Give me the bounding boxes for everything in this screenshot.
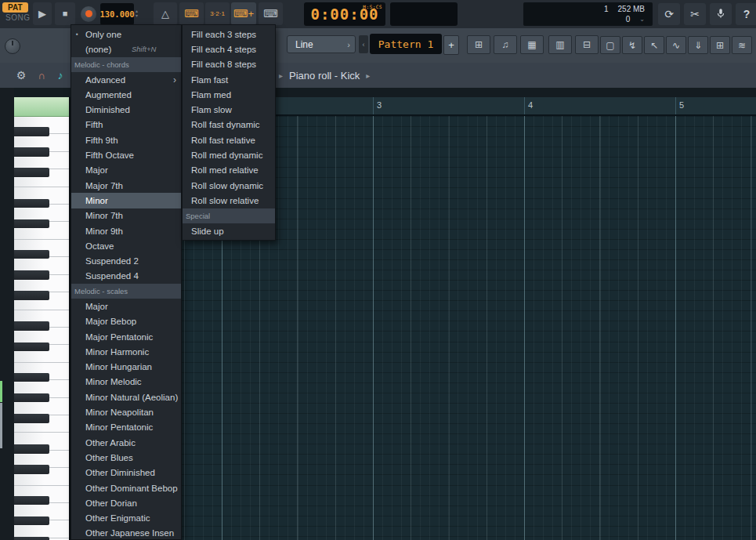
black-key[interactable] (14, 373, 49, 382)
submenu-item[interactable]: Roll slow relative (183, 193, 275, 208)
menu-item[interactable]: Major (71, 299, 181, 313)
black-key[interactable] (14, 465, 49, 474)
menu-item[interactable]: Augmented (71, 87, 181, 102)
submenu-item[interactable]: Roll fast dynamic (183, 118, 275, 132)
black-key[interactable] (14, 496, 49, 506)
options-button[interactable]: ⚙ (13, 63, 30, 88)
submenu-item[interactable]: Roll fast relative (183, 132, 275, 147)
menu-item[interactable]: Suspended 4 (71, 269, 181, 284)
menu-item[interactable]: Melodic - chords (71, 57, 181, 72)
menu-item[interactable]: Major (71, 163, 181, 178)
loop-record-button[interactable]: ⌨ (259, 2, 283, 25)
menu-item[interactable]: Melodic - scales (71, 284, 181, 299)
menu-item[interactable]: (none) Shift+N (71, 42, 181, 56)
submenu-item[interactable]: Fill each 4 steps (183, 42, 275, 56)
menu-item[interactable]: Fifth 9th (71, 132, 181, 147)
black-key[interactable] (14, 393, 49, 403)
typing-keyboard-button[interactable]: ⌨ (179, 2, 204, 25)
submenu-item[interactable]: Fill each 3 steps (183, 27, 275, 42)
pat-mode-label[interactable]: PAT (2, 2, 28, 13)
menu-item[interactable]: Fifth Octave (71, 147, 181, 162)
snap-settings-button[interactable]: ⊟ (575, 35, 599, 54)
submenu-item[interactable]: Flam fast (183, 72, 275, 87)
copy-button[interactable]: ▢ (600, 36, 620, 54)
step-edit-button[interactable]: ♫ (494, 35, 517, 54)
pattern-selector[interactable]: Pattern 1 (370, 34, 442, 54)
stop-button[interactable]: ■ (55, 2, 75, 25)
black-key[interactable] (14, 219, 49, 229)
menu-item[interactable]: Suspended 2 (71, 253, 181, 268)
menu-item[interactable]: Minor Melodic (71, 375, 181, 390)
menu-item[interactable]: Other Enigmatic (71, 511, 181, 526)
microphone-button[interactable] (710, 3, 732, 25)
menu-item[interactable]: Minor Neapolitan (71, 404, 181, 419)
submenu-item[interactable]: Flam slow (183, 102, 275, 117)
black-key[interactable] (14, 342, 49, 352)
wave-view-button[interactable]: ∿ (666, 36, 686, 54)
pattern-prev-button[interactable]: ‹ (359, 35, 368, 53)
submenu-item[interactable]: Slide up (183, 223, 275, 238)
menu-item[interactable]: Diminished (71, 102, 181, 117)
window-title-area[interactable]: ▸ Piano roll - Kick ▸ (279, 63, 370, 88)
submenu-item[interactable]: Flam med (183, 87, 275, 102)
menu-item[interactable]: Minor Harmonic (71, 344, 181, 359)
menu-item[interactable]: Major Pentatonic (71, 329, 181, 344)
black-key[interactable] (14, 516, 49, 526)
browser-button[interactable]: ⊞ (710, 36, 730, 54)
black-key[interactable] (14, 199, 49, 208)
black-key[interactable] (14, 168, 49, 177)
menu-item[interactable]: Major Bebop (71, 314, 181, 329)
mixer-button[interactable]: ≋ (732, 36, 752, 54)
black-key[interactable] (14, 414, 49, 423)
grid-view-button[interactable]: ▦ (520, 35, 544, 54)
submenu-item[interactable]: Fill each 8 steps (183, 57, 275, 72)
menu-item[interactable]: Fifth (71, 118, 181, 132)
metronome-button[interactable]: △ (154, 2, 177, 25)
tempo-spinner[interactable]: ▴ ▾ (136, 9, 138, 18)
time-display[interactable]: 0:00:00 M:S:CS (304, 2, 385, 26)
cut-tool-button[interactable]: ✂ (684, 3, 706, 25)
multilink-button[interactable]: ▥ (548, 35, 572, 54)
submenu-item[interactable]: Special (183, 208, 275, 223)
submenu-item[interactable]: Roll med relative (183, 163, 275, 178)
record-button[interactable] (78, 2, 99, 25)
play-button[interactable]: ▶ (33, 2, 52, 25)
black-key[interactable] (14, 147, 49, 157)
menu-item[interactable]: Minor (71, 193, 181, 208)
menu-item[interactable]: Other Diminished (71, 466, 181, 480)
menu-item[interactable]: Advanced › (71, 72, 181, 87)
menu-item[interactable]: ▪ Only one (71, 27, 181, 42)
export-button[interactable]: ⇓ (688, 36, 708, 54)
scroll-indicator[interactable] (0, 403, 2, 448)
snap-button[interactable]: ∩ (33, 63, 50, 88)
menu-item[interactable]: Minor 7th (71, 208, 181, 223)
menu-item[interactable]: Minor Hungarian (71, 360, 181, 375)
menu-item[interactable]: Minor Pentatonic (71, 420, 181, 435)
sync-button[interactable]: ⟳ (658, 3, 680, 25)
black-key[interactable] (14, 537, 49, 540)
black-key[interactable] (14, 444, 49, 454)
menu-item[interactable]: Major 7th (71, 178, 181, 193)
black-key[interactable] (14, 291, 49, 300)
menu-item[interactable]: Minor Natural (Aeolian) (71, 390, 181, 404)
submenu-item[interactable]: Roll slow dynamic (183, 178, 275, 193)
plugin-button[interactable]: ↯ (622, 36, 642, 54)
add-pattern-button[interactable]: + (443, 35, 459, 55)
black-key[interactable] (14, 270, 49, 280)
song-mode-label[interactable]: SONG (2, 13, 30, 22)
menu-item[interactable]: Other Dorian (71, 495, 181, 510)
pointer-tool-button[interactable]: ↖ (644, 36, 664, 54)
submenu-item[interactable]: Roll med dynamic (183, 147, 275, 162)
help-button[interactable]: ? (736, 3, 756, 25)
menu-item[interactable]: Other Arabic (71, 435, 181, 450)
piano-keys[interactable] (14, 97, 71, 540)
menu-item[interactable]: Other Dominant Bebop (71, 480, 181, 495)
stamp-tool-button[interactable]: ♪ (52, 63, 69, 88)
tempo-display[interactable]: 130.000 (100, 3, 134, 25)
highlighted-key[interactable] (14, 97, 69, 117)
shape-tool-select[interactable]: Line › (287, 35, 356, 53)
pat-song-toggle[interactable]: PAT SONG (2, 1, 33, 27)
menu-item[interactable]: Minor 9th (71, 223, 181, 238)
master-volume-knob[interactable] (5, 38, 20, 54)
detach-window-button[interactable]: ⊞ (467, 35, 490, 54)
